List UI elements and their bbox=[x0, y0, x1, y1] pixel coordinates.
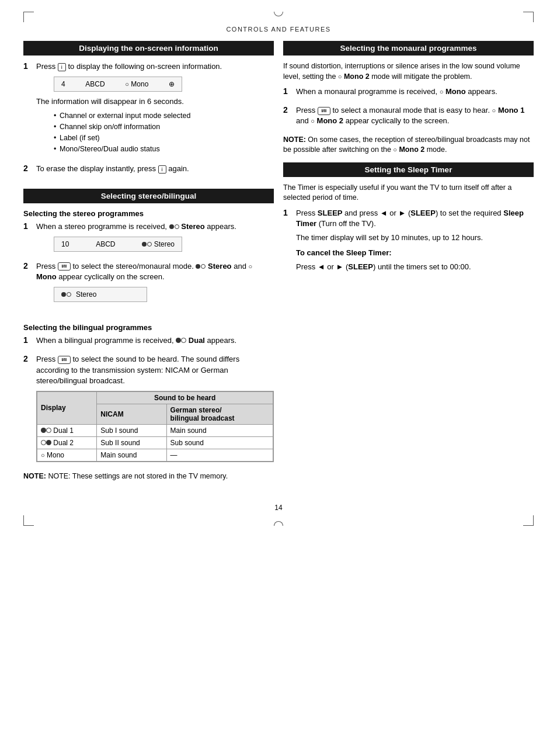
row2-german: Sub sound bbox=[166, 436, 273, 449]
display-screen-2: 10 ABCD Stereo bbox=[54, 237, 182, 252]
table-row: ○ Mono Main sound — bbox=[37, 449, 273, 461]
stereo-sub-header: Selecting the stereo programmes bbox=[23, 209, 274, 218]
step1-bullets: Channel or external input mode selected … bbox=[54, 110, 274, 154]
bilingual-note: NOTE: NOTE: These settings are not store… bbox=[23, 471, 274, 482]
left-column: Displaying the on-screen information 1 P… bbox=[23, 41, 274, 486]
corner-bl bbox=[23, 515, 34, 526]
bilingual-step2-num: 2 bbox=[23, 354, 33, 363]
bilingual-table: Display Sound to be heard NICAM German s… bbox=[36, 391, 274, 462]
col-german: German stereo/bilingual broadcast bbox=[166, 404, 273, 424]
circle-filled bbox=[169, 224, 174, 229]
section2-header: Selecting stereo/bilingual bbox=[23, 189, 274, 203]
step1-content: Press i to display the following on-scre… bbox=[36, 61, 274, 159]
stereo-step1-text: When a stereo programme is received, Ste… bbox=[36, 221, 274, 232]
right-column: Selecting the monaural programmes If sou… bbox=[283, 41, 534, 486]
section1-header: Displaying the on-screen information bbox=[23, 41, 274, 56]
col-nicam: NICAM bbox=[97, 404, 166, 424]
info-icon: i bbox=[58, 63, 66, 71]
col-display: Display bbox=[37, 391, 97, 424]
row1-nicam: Sub I sound bbox=[97, 424, 166, 436]
step2-content: To erase the display instantly, press i … bbox=[36, 164, 274, 178]
row1-german: Main sound bbox=[166, 424, 273, 436]
row1-display: Dual 1 bbox=[37, 424, 97, 436]
corner-tr bbox=[523, 12, 534, 22]
mono-step2-text: Press I/II to select a monaural mode tha… bbox=[296, 105, 534, 126]
info-icon-2: i bbox=[158, 165, 166, 174]
row3-nicam: Main sound bbox=[97, 449, 166, 461]
bullet-2: Channel skip on/off information bbox=[54, 122, 274, 133]
page-header: CONTROLS AND FEATURES bbox=[23, 26, 534, 33]
row3-german: — bbox=[166, 449, 273, 461]
sound-table: Display Sound to be heard NICAM German s… bbox=[37, 391, 273, 462]
table-row: Dual 1 Sub I sound Main sound bbox=[37, 424, 273, 436]
mono-step1-content: When a monaural programme is received, ○… bbox=[296, 86, 534, 100]
sleep-step1-num: 1 bbox=[283, 208, 293, 217]
mono-step2-row: 2 Press I/II to select a monaural mode t… bbox=[283, 105, 534, 130]
stereo-icon bbox=[169, 224, 179, 229]
row2-nicam: Sub II sound bbox=[97, 436, 166, 449]
io-icon: I/II bbox=[58, 262, 71, 271]
stereo-step2-row: 2 Press I/II to select the stereo/monaur… bbox=[23, 261, 274, 307]
mono-step1-num: 1 bbox=[283, 86, 293, 96]
sleep-step1-content: Press SLEEP and press ◄ or ► (SLEEP) to … bbox=[296, 208, 534, 276]
stereo-step2-content: Press I/II to select the stereo/monaural… bbox=[36, 261, 274, 307]
bilingual-step1-num: 1 bbox=[23, 335, 33, 345]
sleep-section-header: Setting the Sleep Timer bbox=[283, 162, 534, 177]
bullet-1: Channel or external input mode selected bbox=[54, 110, 274, 122]
mono-step1-row: 1 When a monaural programme is received,… bbox=[283, 86, 534, 100]
step1-text: Press i to display the following on-scre… bbox=[36, 61, 274, 72]
bilingual-sub-header: Selecting the bilingual programmes bbox=[23, 323, 274, 332]
dual-icon bbox=[176, 338, 186, 343]
page-footer: 14 bbox=[23, 504, 534, 512]
stereo-icon-4 bbox=[61, 292, 71, 297]
stereo-icon-2 bbox=[142, 242, 152, 247]
display-screen-1: 4 ABCD ○ Mono ⊕ bbox=[54, 77, 182, 92]
bullet-3: Label (if set) bbox=[54, 133, 274, 144]
io-icon-3: I/II bbox=[318, 107, 330, 115]
cancel-text: Press ◄ or ► (SLEEP) until the timers se… bbox=[296, 262, 534, 272]
mono-display: ○ Mono bbox=[125, 80, 148, 88]
bilingual-step1-row: 1 When a bilingual programme is received… bbox=[23, 335, 274, 349]
channel-num: 4 bbox=[61, 80, 65, 88]
bilingual-step2-content: Press I/II to select the sound to be hea… bbox=[36, 354, 274, 467]
step1-caption: The information will disappear in 6 seco… bbox=[36, 96, 274, 107]
stereo-channel: 10 bbox=[61, 240, 69, 248]
io-icon-2: I/II bbox=[58, 356, 71, 364]
step2-text: To erase the display instantly, press i … bbox=[36, 164, 274, 174]
cancel-header: To cancel the Sleep Timer: bbox=[296, 248, 534, 258]
stereo-label-display: Stereo bbox=[142, 240, 175, 248]
page-num: 14 bbox=[274, 504, 282, 512]
stereo-text: ABCD bbox=[96, 240, 115, 248]
bilingual-step2-row: 2 Press I/II to select the sound to be h… bbox=[23, 354, 274, 467]
step2-row: 2 To erase the display instantly, press … bbox=[23, 164, 274, 178]
corner-tl bbox=[23, 12, 34, 22]
top-center-mark bbox=[274, 12, 283, 16]
row2-display: Dual 2 bbox=[37, 436, 97, 449]
stereo-step1-row: 1 When a stereo programme is received, S… bbox=[23, 221, 274, 256]
bilingual-step1-content: When a bilingual programme is received, … bbox=[36, 335, 274, 349]
bilingual-step1-text: When a bilingual programme is received, … bbox=[36, 335, 274, 346]
mono-note: NOTE: On some cases, the reception of st… bbox=[283, 135, 534, 155]
bullet-4: Mono/Stereo/Dual audio status bbox=[54, 144, 274, 155]
stereo-step1-num: 1 bbox=[23, 221, 33, 231]
display-screen-3: Stereo bbox=[54, 287, 147, 302]
mono-intro: If sound distortion, interruptions or si… bbox=[283, 61, 534, 82]
sleep-step1-row: 1 Press SLEEP and press ◄ or ► (SLEEP) t… bbox=[283, 208, 534, 276]
corner-br bbox=[523, 515, 534, 526]
row3-display: ○ Mono bbox=[37, 449, 97, 461]
step2-num: 2 bbox=[23, 164, 33, 173]
mono-step2-content: Press I/II to select a monaural mode tha… bbox=[296, 105, 534, 130]
table-row: Dual 2 Sub II sound Sub sound bbox=[37, 436, 273, 449]
stereo-icon-3 bbox=[196, 264, 206, 269]
stereo-label-2: Stereo bbox=[76, 290, 96, 299]
main-content: Displaying the on-screen information 1 P… bbox=[23, 41, 534, 486]
power-display-icon: ⊕ bbox=[169, 80, 175, 88]
stereo-step2-text: Press I/II to select the stereo/monaural… bbox=[36, 261, 274, 282]
step1-row: 1 Press i to display the following on-sc… bbox=[23, 61, 274, 159]
bilingual-step2-text: Press I/II to select the sound to be hea… bbox=[36, 354, 274, 386]
stereo-step1-content: When a stereo programme is received, Ste… bbox=[36, 221, 274, 256]
circle-empty bbox=[175, 224, 179, 229]
bottom-center-mark bbox=[274, 521, 283, 526]
sleep-intro: The Timer is especially useful if you wa… bbox=[283, 183, 534, 203]
timer-note: The timer display will set by 10 minutes… bbox=[296, 233, 534, 243]
